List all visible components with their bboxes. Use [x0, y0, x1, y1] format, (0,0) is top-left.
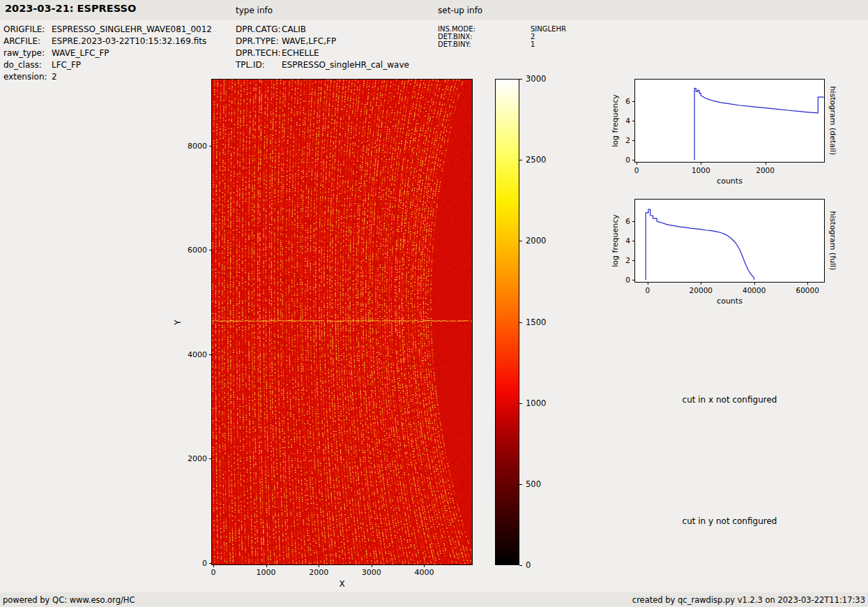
- y-tick-label: 0: [202, 558, 207, 567]
- colorbar: 050010001500200025003000: [495, 79, 519, 565]
- histogram-full-plot: 02000040000600000246 counts log frequenc…: [634, 199, 825, 283]
- x-tick-label: 0: [646, 286, 650, 294]
- x-tick-label: 60000: [795, 286, 818, 294]
- y-tick-mark: [209, 563, 212, 564]
- x-tick-mark: [754, 282, 755, 285]
- raw-frame-image: [212, 80, 472, 564]
- colorbar-tick-mark: [519, 403, 522, 404]
- colorbar-tick-label: 1500: [526, 317, 546, 327]
- x-tick-mark: [807, 282, 808, 285]
- y-tick-label: 0: [625, 276, 630, 284]
- raw-frame-yaxis-label: Y: [173, 320, 183, 324]
- file-info-block: ORIGFILE: ESPRESSO_SINGLEHR_WAVE081_0012…: [3, 25, 212, 82]
- y-tick-mark: [632, 241, 635, 241]
- x-tick-label: 3000: [362, 568, 381, 577]
- y-tick-label: 2000: [188, 454, 207, 463]
- footer-bar: powered by QC: www.eso.org/HC created by…: [0, 592, 868, 607]
- header-bar: 2023-03-21: ESPRESSO type info set-up in…: [0, 0, 868, 20]
- y-tick-label: 4: [625, 117, 630, 125]
- tpl-id-value: ESPRESSO_singleHR_cal_wave: [282, 61, 409, 70]
- x-tick-label: 1000: [692, 166, 710, 174]
- x-tick-mark: [637, 162, 637, 165]
- x-tick-label: 4000: [414, 568, 434, 577]
- colorbar-tick-mark: [519, 565, 522, 566]
- det-binx-label: DET.BINX:: [438, 33, 531, 40]
- histogram-detail-yaxis-label: log frequency: [611, 94, 620, 147]
- histogram-line: [694, 89, 824, 160]
- x-tick-mark: [266, 564, 267, 567]
- dpr-catg-value: CALIB: [282, 25, 409, 34]
- histogram-detail-plot: 0100020000246 counts log frequency histo…: [634, 79, 825, 163]
- doclass-value: LFC_FP: [52, 61, 212, 70]
- colorbar-tick-label: 0: [526, 560, 531, 570]
- x-tick-mark: [213, 564, 214, 567]
- y-tick-mark: [632, 160, 635, 160]
- arcfile-label: ARCFILE:: [3, 37, 52, 46]
- x-tick-label: 0: [634, 166, 639, 174]
- det-biny-value: 1: [531, 40, 566, 48]
- y-tick-mark: [632, 140, 635, 141]
- colorbar-tick-mark: [519, 79, 522, 80]
- ins-mode-value: SINGLEHR: [531, 25, 566, 33]
- y-tick-label: 2: [625, 256, 630, 264]
- histogram-detail-plot-area: 0100020000246: [634, 79, 825, 163]
- y-tick-mark: [209, 146, 212, 147]
- y-tick-label: 4000: [188, 350, 207, 359]
- y-tick-label: 6000: [188, 246, 207, 255]
- det-binx-value: 2: [531, 33, 566, 40]
- histogram-full-xaxis-label: counts: [717, 297, 743, 306]
- doclass-label: do_class:: [3, 61, 52, 70]
- origfile-label: ORIGFILE:: [3, 25, 52, 34]
- footer-powered-by: powered by QC: www.eso.org/HC: [3, 595, 135, 605]
- y-tick-mark: [632, 280, 635, 280]
- x-tick-label: 1000: [257, 568, 276, 577]
- x-tick-label: 2000: [309, 568, 328, 577]
- tpl-id-label: TPL.ID:: [236, 61, 282, 70]
- y-tick-mark: [632, 101, 635, 102]
- page-title: 2023-03-21: ESPRESSO: [5, 3, 136, 14]
- rawtype-value: WAVE_LFC_FP: [52, 49, 212, 58]
- det-biny-label: DET.BINY:: [438, 40, 531, 48]
- colorbar-tick-label: 3000: [526, 74, 546, 84]
- dpr-type-value: WAVE,LFC,FP: [282, 37, 409, 46]
- origfile-value: ESPRESSO_SINGLEHR_WAVE081_0012: [52, 25, 212, 34]
- histogram-detail-title: histogram (detail): [828, 87, 837, 156]
- x-tick-mark: [701, 282, 701, 285]
- x-tick-mark: [701, 162, 701, 165]
- colorbar-tick-mark: [519, 484, 522, 485]
- y-tick-mark: [209, 354, 212, 355]
- y-tick-label: 2: [625, 136, 630, 144]
- colorbar-tick-label: 1000: [526, 398, 546, 408]
- y-tick-label: 6: [625, 97, 630, 105]
- type-info-heading: type info: [236, 6, 273, 15]
- y-tick-mark: [209, 458, 212, 459]
- type-info-block: DPR.CATG: CALIB DPR.TYPE: WAVE,LFC,FP DP…: [236, 25, 409, 70]
- y-tick-mark: [209, 250, 212, 250]
- rawtype-label: raw_type:: [3, 49, 52, 58]
- x-tick-mark: [319, 564, 319, 567]
- x-tick-mark: [766, 162, 766, 165]
- colorbar-tick-label: 2000: [526, 236, 546, 246]
- setup-info-block: INS.MODE: SINGLEHR DET.BINX: 2 DET.BINY:…: [438, 25, 566, 48]
- y-tick-label: 0: [625, 156, 630, 164]
- dpr-catg-label: DPR.CATG:: [236, 25, 282, 34]
- x-tick-mark: [372, 564, 372, 567]
- dpr-type-label: DPR.TYPE:: [236, 37, 282, 46]
- x-tick-mark: [648, 282, 648, 285]
- y-tick-mark: [632, 121, 635, 121]
- extension-label: extension:: [3, 73, 52, 82]
- histogram-line: [646, 209, 754, 280]
- colorbar-gradient: [495, 79, 519, 565]
- cut-y-note: cut in y not configured: [634, 516, 825, 526]
- x-tick-label: 2000: [756, 166, 775, 174]
- x-tick-label: 20000: [690, 286, 713, 294]
- setup-info-heading: set-up info: [438, 6, 482, 15]
- dpr-tech-value: ECHELLE: [282, 49, 409, 58]
- histogram-full-plot-area: 02000040000600000246: [634, 199, 825, 283]
- y-tick-label: 8000: [188, 141, 207, 150]
- colorbar-tick-mark: [519, 322, 522, 323]
- x-tick-mark: [424, 564, 425, 567]
- colorbar-tick-mark: [519, 241, 522, 241]
- cut-x-note: cut in x not configured: [634, 395, 825, 405]
- extension-value: 2: [52, 73, 212, 82]
